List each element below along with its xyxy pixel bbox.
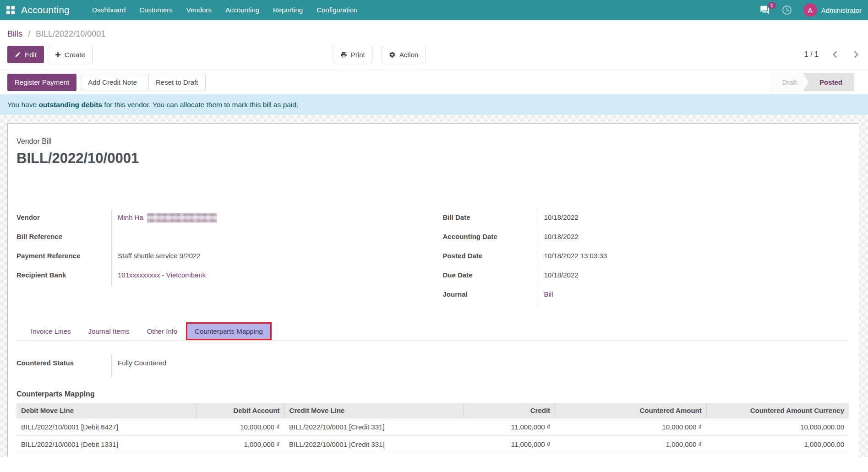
create-button-label: Create	[65, 51, 85, 59]
edit-button[interactable]: Edit	[7, 46, 44, 63]
field-row-accounting-date: Accounting Date 10/18/2022	[443, 229, 849, 248]
print-button[interactable]: Print	[333, 46, 372, 63]
field-grid: Vendor Minh Ha Bill Reference Payment Re…	[16, 210, 849, 306]
cell-countered-amount-currency: 1,000,000.00	[706, 436, 849, 453]
main-menu: Dashboard Customers Vendors Accounting R…	[85, 0, 364, 20]
col-countered-amount-currency: Countered Amount Currency	[706, 403, 849, 418]
navbar-systray: 1 A Administrator	[759, 3, 863, 17]
breadcrumb-separator: /	[28, 29, 30, 38]
tab-counterparts-mapping[interactable]: Counterparts Mapping	[186, 322, 271, 340]
menu-configuration[interactable]: Configuration	[310, 0, 364, 20]
pager: 1 / 1	[804, 50, 861, 59]
payment-reference-value: Staff shuttle service 9/2022	[112, 248, 423, 267]
field-row-bill-reference: Bill Reference	[16, 229, 423, 248]
recipient-bank-link[interactable]: 101xxxxxxxxx - Vietcombank	[118, 271, 206, 279]
field-group-left: Vendor Minh Ha Bill Reference Payment Re…	[16, 210, 423, 306]
gear-icon	[389, 51, 396, 58]
banner-text-suffix: for this vendor. You can allocate them t…	[102, 101, 298, 109]
field-row-bill-date: Bill Date 10/18/2022	[443, 210, 849, 229]
app-name: Accounting	[21, 5, 70, 16]
col-countered-amount: Countered Amount	[555, 403, 707, 418]
status-step-posted[interactable]: Posted	[803, 73, 854, 91]
countered-status-value: Fully Countered	[112, 354, 849, 377]
user-menu[interactable]: A Administrator	[803, 3, 863, 17]
recipient-bank-label: Recipient Bank	[16, 267, 112, 287]
avatar: A	[803, 3, 817, 17]
col-debit-account: Debit Account	[196, 403, 284, 418]
chevron-left-icon	[830, 50, 840, 59]
vendor-link[interactable]: Minh Ha	[118, 213, 143, 221]
menu-accounting[interactable]: Accounting	[218, 0, 266, 20]
cell-debit-account: 1,000,000 ₫	[196, 436, 284, 453]
clock-icon	[781, 5, 792, 16]
cell-countered-amount: 10,000,000 ₫	[555, 418, 707, 436]
menu-customers[interactable]: Customers	[132, 0, 180, 20]
posted-date-label: Posted Date	[443, 248, 538, 267]
cell-debit-move-line: BILL/2022/10/0001 [Debit 1331]	[16, 436, 196, 453]
action-button[interactable]: Action	[382, 46, 426, 63]
bill-date-value: 10/18/2022	[538, 210, 849, 229]
action-button-label: Action	[399, 51, 419, 59]
due-date-value: 10/18/2022	[538, 267, 849, 287]
notebook-tabs: Invoice Lines Journal Items Other Info C…	[16, 322, 849, 341]
banner-text-bold: outstanding debits	[38, 101, 102, 109]
journal-link[interactable]: Bill	[544, 290, 553, 298]
menu-reporting[interactable]: Reporting	[266, 0, 310, 20]
activities-icon[interactable]	[781, 5, 792, 16]
due-date-label: Due Date	[443, 267, 538, 287]
status-step-draft[interactable]: Draft	[770, 73, 809, 91]
pager-previous-button[interactable]	[830, 50, 840, 59]
col-credit: Credit	[464, 403, 555, 418]
field-row-posted-date: Posted Date 10/18/2022 13:03:33	[443, 248, 849, 267]
pager-next-button[interactable]	[852, 50, 861, 59]
control-panel-buttons: Edit Create Print Action 1 / 1	[0, 40, 868, 70]
form-view-background: Vendor Bill BILL/2022/10/0001 Vendor Min…	[0, 115, 868, 457]
cell-credit: 11,000,000 ₫	[464, 418, 555, 436]
statusbar-buttons: Register Payment Add Credit Note Reset t…	[7, 74, 206, 91]
top-navbar: Accounting Dashboard Customers Vendors A…	[0, 0, 868, 20]
chevron-right-icon	[852, 50, 861, 59]
apps-grid-icon	[6, 6, 15, 14]
cell-countered-amount-currency: 10,000,000.00	[706, 418, 849, 436]
cell-credit: 11,000,000 ₫	[464, 436, 555, 453]
create-button[interactable]: Create	[48, 46, 93, 63]
tab-journal-items[interactable]: Journal Items	[80, 322, 138, 340]
tab-other-info[interactable]: Other Info	[138, 322, 186, 340]
field-row-payment-reference: Payment Reference Staff shuttle service …	[16, 248, 423, 267]
message-count-badge: 1	[768, 2, 776, 9]
col-debit-move-line: Debit Move Line	[16, 403, 196, 418]
cell-credit-move-line: BILL/2022/10/0001 [Credit 331]	[284, 418, 464, 436]
menu-dashboard[interactable]: Dashboard	[85, 0, 132, 20]
reset-to-draft-button[interactable]: Reset to Draft	[148, 74, 206, 91]
posted-date-value: 10/18/2022 13:03:33	[538, 248, 849, 267]
edit-button-label: Edit	[25, 51, 37, 59]
table-row: BILL/2022/10/0001 [Debit 6427] 10,000,00…	[16, 418, 849, 436]
field-row-due-date: Due Date 10/18/2022	[443, 267, 849, 287]
breadcrumb-bills-link[interactable]: Bills	[7, 29, 22, 38]
field-row-countered-status: Countered Status Fully Countered	[16, 354, 849, 377]
counterparts-mapping-title: Counterparts Mapping	[16, 390, 849, 398]
document-type-label: Vendor Bill	[16, 137, 849, 146]
messages-icon[interactable]: 1	[759, 5, 770, 15]
user-name: Administrator	[821, 6, 862, 14]
redacted-vendor-name	[147, 213, 217, 222]
print-button-label: Print	[351, 51, 365, 59]
register-payment-button[interactable]: Register Payment	[7, 74, 76, 91]
breadcrumb-current: BILL/2022/10/0001	[36, 29, 105, 38]
pager-count: 1 / 1	[804, 50, 819, 59]
col-credit-move-line: Credit Move Line	[284, 403, 464, 418]
add-credit-note-button[interactable]: Add Credit Note	[81, 74, 144, 91]
table-row: BILL/2022/10/0001 [Debit 1331] 1,000,000…	[16, 436, 849, 453]
apps-menu-icon[interactable]	[6, 6, 15, 14]
field-group-right: Bill Date 10/18/2022 Accounting Date 10/…	[443, 210, 849, 306]
breadcrumb: Bills / BILL/2022/10/0001	[0, 20, 868, 40]
journal-label: Journal	[443, 287, 538, 306]
tab-invoice-lines[interactable]: Invoice Lines	[22, 322, 80, 340]
cell-credit-move-line: BILL/2022/10/0001 [Credit 331]	[284, 436, 464, 453]
statusbar: Register Payment Add Credit Note Reset t…	[0, 70, 868, 94]
field-row-vendor: Vendor Minh Ha	[16, 210, 423, 229]
bill-reference-value	[112, 229, 423, 248]
accounting-date-label: Accounting Date	[443, 229, 538, 248]
menu-vendors[interactable]: Vendors	[180, 0, 218, 20]
bill-reference-label: Bill Reference	[16, 229, 112, 248]
